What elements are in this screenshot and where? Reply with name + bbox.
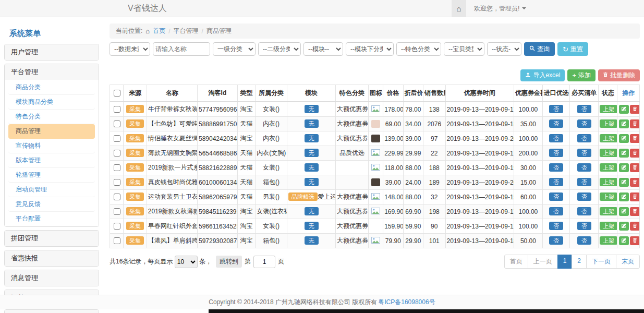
- module-subcategory-select[interactable]: --模块下分类--: [346, 42, 394, 56]
- home-button[interactable]: ⌂: [452, 0, 466, 17]
- row-checkbox[interactable]: [114, 179, 120, 186]
- delete-button[interactable]: [630, 222, 639, 231]
- batch-delete-button[interactable]: 批量删除: [598, 69, 640, 81]
- row-checkbox[interactable]: [114, 121, 120, 127]
- search-name-input[interactable]: [153, 42, 210, 56]
- status-toggle[interactable]: 上架: [600, 207, 617, 215]
- sidebar-item[interactable]: 宣传物料: [8, 139, 95, 153]
- pager-button[interactable]: 首页: [504, 255, 528, 269]
- module-select[interactable]: --模块--: [303, 42, 343, 56]
- status-toggle[interactable]: 上架: [600, 105, 617, 113]
- edit-button[interactable]: [619, 207, 629, 216]
- sidebar-section-header[interactable]: 用户管理: [5, 44, 99, 60]
- edit-button[interactable]: [619, 192, 629, 201]
- delete-button[interactable]: [630, 105, 639, 114]
- edit-button[interactable]: [619, 134, 629, 143]
- row-checkbox[interactable]: [114, 237, 120, 244]
- status-toggle[interactable]: 上架: [600, 149, 617, 157]
- status-toggle[interactable]: 上架: [600, 178, 617, 186]
- sidebar-item[interactable]: 意见反馈: [8, 197, 95, 212]
- edit-button[interactable]: [619, 119, 629, 128]
- feature-category-select[interactable]: --特色分类--: [396, 42, 441, 56]
- jump-button[interactable]: 跳转到: [216, 256, 242, 268]
- sidebar-item[interactable]: 版本管理: [8, 153, 95, 168]
- status-toggle[interactable]: 上架: [600, 134, 617, 142]
- delete-button[interactable]: [630, 192, 639, 201]
- sidebar-item[interactable]: 启动页管理: [8, 183, 95, 197]
- sidebar-item[interactable]: 平台配置: [8, 212, 95, 226]
- must-buy-toggle[interactable]: 否: [577, 222, 591, 230]
- edit-button[interactable]: [619, 178, 629, 187]
- must-buy-toggle[interactable]: 否: [577, 163, 591, 172]
- status-toggle[interactable]: 上架: [600, 192, 617, 201]
- sidebar-section-header[interactable]: 平台管理: [5, 64, 99, 80]
- add-button[interactable]: + 添加: [567, 69, 596, 81]
- row-checkbox[interactable]: [114, 223, 120, 230]
- search-button[interactable]: 查询: [524, 42, 555, 56]
- sidebar-item[interactable]: 商品分类: [8, 80, 95, 95]
- import-select-toggle[interactable]: 否: [549, 105, 563, 113]
- status-toggle[interactable]: 上架: [600, 163, 617, 172]
- row-checkbox[interactable]: [114, 164, 120, 171]
- must-buy-toggle[interactable]: 否: [577, 192, 591, 201]
- sidebar-section-header[interactable]: 兑换管理: [5, 310, 99, 313]
- import-select-toggle[interactable]: 否: [549, 149, 563, 157]
- import-select-toggle[interactable]: 否: [549, 163, 563, 172]
- row-checkbox[interactable]: [114, 150, 120, 156]
- import-select-toggle[interactable]: 否: [549, 236, 563, 245]
- pager-button[interactable]: 下一页: [586, 255, 616, 269]
- jump-page-input[interactable]: [253, 256, 275, 268]
- pager-button[interactable]: 末页: [616, 255, 640, 269]
- sidebar-item[interactable]: 模块商品分类: [8, 95, 95, 110]
- delete-button[interactable]: [630, 163, 639, 172]
- pager-button[interactable]: 1: [557, 255, 573, 269]
- delete-button[interactable]: [630, 207, 639, 216]
- import-select-toggle[interactable]: 否: [549, 134, 563, 142]
- must-buy-toggle[interactable]: 否: [577, 236, 591, 245]
- must-buy-toggle[interactable]: 否: [577, 119, 591, 128]
- sidebar-item[interactable]: 特色分类: [8, 110, 95, 124]
- sidebar-section-header[interactable]: 省惠快报: [5, 250, 99, 266]
- edit-button[interactable]: [619, 236, 629, 245]
- data-source-select[interactable]: --数据来源--: [110, 42, 150, 56]
- status-toggle[interactable]: 上架: [600, 222, 617, 230]
- sidebar-item[interactable]: 轮播管理: [8, 168, 95, 183]
- pager-button[interactable]: 上一页: [528, 255, 558, 269]
- icp-link[interactable]: 粤ICP备16098006号: [378, 298, 435, 307]
- import-excel-button[interactable]: 导入excel: [520, 69, 565, 81]
- must-buy-toggle[interactable]: 否: [577, 149, 591, 157]
- sidebar-section-header[interactable]: 拼团管理: [5, 231, 99, 246]
- sidebar-item[interactable]: 商品管理: [8, 124, 95, 139]
- row-checkbox[interactable]: [114, 208, 120, 215]
- delete-button[interactable]: [630, 149, 639, 158]
- delete-button[interactable]: [630, 119, 639, 128]
- import-select-toggle[interactable]: 否: [549, 119, 563, 128]
- delete-button[interactable]: [630, 178, 639, 187]
- sidebar-section-header[interactable]: 消息管理: [5, 270, 99, 286]
- reset-button[interactable]: ↻ 重置: [557, 42, 588, 56]
- per-page-select[interactable]: 10: [175, 256, 198, 268]
- import-select-toggle[interactable]: 否: [549, 192, 563, 201]
- pager-button[interactable]: 2: [572, 255, 587, 269]
- edit-button[interactable]: [619, 163, 629, 172]
- category-level2-select[interactable]: --二级分类--: [258, 42, 301, 56]
- delete-button[interactable]: [630, 236, 639, 245]
- must-buy-toggle[interactable]: 否: [577, 105, 591, 113]
- category-level1-select[interactable]: 一级分类: [213, 42, 256, 56]
- must-buy-toggle[interactable]: 否: [577, 178, 591, 186]
- select-all-checkbox[interactable]: [114, 90, 120, 97]
- status-toggle[interactable]: 上架: [600, 119, 617, 128]
- import-select-toggle[interactable]: 否: [549, 178, 563, 186]
- delete-button[interactable]: [630, 134, 639, 143]
- edit-button[interactable]: [619, 149, 629, 158]
- status-toggle[interactable]: 上架: [600, 236, 617, 245]
- edit-button[interactable]: [619, 105, 629, 114]
- row-checkbox[interactable]: [114, 135, 120, 142]
- row-checkbox[interactable]: [114, 106, 120, 113]
- must-buy-toggle[interactable]: 否: [577, 207, 591, 215]
- status-select[interactable]: --状态--: [487, 42, 521, 56]
- edit-button[interactable]: [619, 222, 629, 231]
- must-buy-toggle[interactable]: 否: [577, 134, 591, 142]
- row-checkbox[interactable]: [114, 194, 120, 200]
- user-menu[interactable]: 欢迎您，管理员!: [474, 4, 526, 13]
